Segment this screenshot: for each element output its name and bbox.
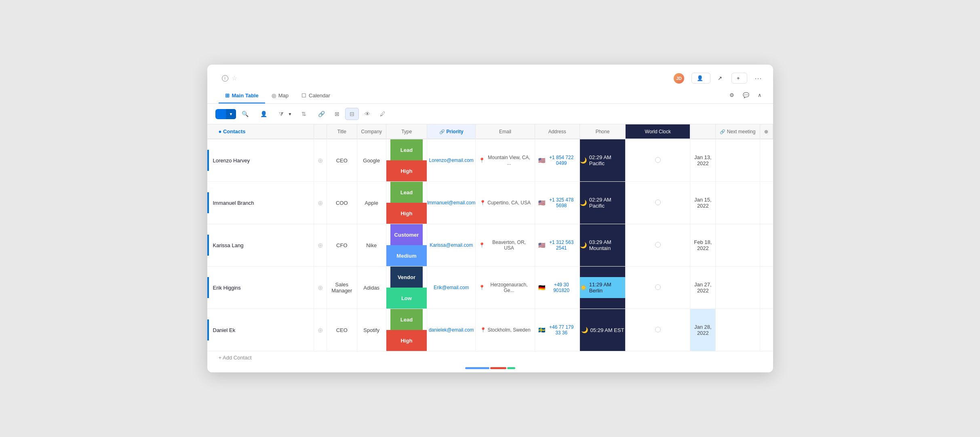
header-right-actions: ⚙ 💬 ∧ bbox=[729, 92, 762, 98]
invite-button[interactable]: 👤 bbox=[691, 73, 710, 84]
email-cell[interactable]: danielek@email.com bbox=[427, 309, 476, 351]
radio-cell[interactable] bbox=[626, 224, 690, 267]
priority-badge[interactable]: Medium bbox=[386, 245, 427, 266]
priority-badge[interactable]: Low bbox=[386, 288, 427, 309]
info-icon[interactable]: i bbox=[222, 75, 228, 82]
sort-icon: ⇅ bbox=[301, 111, 306, 117]
tab-map[interactable]: ◎ Map bbox=[265, 88, 295, 103]
add-icon[interactable]: ⊕ bbox=[314, 319, 327, 340]
more-options-icon[interactable]: ⋯ bbox=[754, 74, 762, 83]
person-button[interactable]: 👤 bbox=[256, 108, 273, 120]
radio-button[interactable] bbox=[655, 242, 661, 248]
tab-main-table-label: Main Table bbox=[232, 92, 259, 99]
contact-name: Erik Higgins bbox=[213, 285, 241, 291]
priority-badge[interactable]: High bbox=[386, 160, 427, 181]
collapse-icon[interactable]: ∧ bbox=[758, 92, 762, 98]
radio-cell[interactable] bbox=[626, 139, 690, 182]
location-icon: 📍 bbox=[479, 242, 485, 248]
radio-button[interactable] bbox=[655, 157, 661, 163]
type-badge[interactable]: Lead bbox=[390, 182, 423, 203]
activity-button[interactable]: ↗ bbox=[718, 75, 724, 81]
next-meeting-cell: Jan 28, 2022 bbox=[690, 309, 716, 351]
radio-cell[interactable] bbox=[626, 267, 690, 309]
star-icon[interactable]: ☆ bbox=[232, 74, 237, 82]
add-contact-row[interactable]: + Add Contact bbox=[207, 351, 773, 364]
add-icon-cell[interactable]: ⊕ bbox=[314, 309, 327, 351]
radio-button[interactable] bbox=[655, 327, 661, 332]
type-badge[interactable]: Lead bbox=[390, 309, 423, 330]
tabs-row: ⊞ Main Table ◎ Map ☐ Calendar ⚙ bbox=[219, 88, 762, 103]
type-badge[interactable]: Customer bbox=[390, 224, 423, 245]
add-view-button[interactable] bbox=[337, 92, 348, 100]
add-icon-cell[interactable]: ⊕ bbox=[314, 139, 327, 182]
automate-button[interactable]: 💬 bbox=[743, 92, 751, 98]
add-icon[interactable]: ⊕ bbox=[314, 235, 327, 256]
trending-icon: ↗ bbox=[718, 75, 722, 81]
phone-number[interactable]: +46 77 179 33 36 bbox=[547, 324, 576, 336]
phone-content: 🇸🇪 +46 77 179 33 36 bbox=[535, 324, 580, 336]
add-icon-cell[interactable]: ⊕ bbox=[314, 267, 327, 309]
radio-cell[interactable] bbox=[626, 182, 690, 224]
filter-icon: ⧩ bbox=[279, 111, 284, 118]
priority-badge[interactable]: High bbox=[386, 330, 427, 351]
email-cell[interactable]: Lorenzo@email.com bbox=[427, 139, 476, 182]
email-cell[interactable]: Karissa@email.com bbox=[427, 224, 476, 267]
phone-number[interactable]: +1 325 478 5698 bbox=[547, 197, 576, 208]
add-to-board-button[interactable]: + bbox=[731, 73, 747, 84]
email-cell[interactable]: Immanuel@email.com bbox=[427, 182, 476, 224]
flag-icon: 🇩🇪 bbox=[538, 284, 545, 291]
phone-number[interactable]: +1 854 722 0499 bbox=[547, 155, 576, 166]
scroll-seg-blue bbox=[465, 367, 489, 369]
settings-button[interactable]: 🖊 bbox=[376, 108, 390, 120]
more-toolbar-button[interactable]: ⊠ bbox=[331, 108, 344, 120]
contact-name: Daniel Ek bbox=[213, 327, 236, 333]
world-clock-col-header: World Clock bbox=[626, 124, 690, 139]
group-label: ● Contacts bbox=[219, 128, 246, 134]
add-icon-cell[interactable]: ⊕ bbox=[314, 224, 327, 267]
phone-col-header: Phone bbox=[580, 124, 626, 139]
type-cell: Vendor bbox=[386, 267, 427, 288]
add-contact-label[interactable]: + Add Contact bbox=[209, 351, 773, 364]
time-icon: 🌙 bbox=[580, 200, 587, 206]
integrate-button[interactable]: ⚙ bbox=[729, 92, 736, 98]
time-icon: ☀️ bbox=[580, 284, 587, 291]
phone-number[interactable]: +1 312 563 2541 bbox=[547, 240, 576, 251]
contact-name-cell: Karissa Lang bbox=[209, 224, 314, 267]
title-row: i ☆ bbox=[219, 74, 237, 82]
sort-button[interactable]: ⇅ bbox=[297, 108, 312, 120]
address-content: 📍 Beaverton, OR, USA bbox=[476, 240, 534, 251]
add-icon[interactable]: ⊕ bbox=[314, 277, 327, 298]
phone-cell: 🇺🇸 +1 312 563 2541 bbox=[535, 224, 580, 267]
title-cell: Sales Manager bbox=[327, 267, 357, 309]
search-button[interactable]: 🔍 bbox=[238, 108, 255, 120]
flag-icon: 🇺🇸 bbox=[538, 242, 545, 248]
title-cell: CFO bbox=[327, 224, 357, 267]
hide-button[interactable]: 👁 bbox=[360, 108, 374, 120]
type-cell: Lead bbox=[386, 309, 427, 330]
add-icon[interactable]: ⊕ bbox=[314, 150, 327, 171]
clock-time: 11:29 AM Berlin bbox=[589, 282, 626, 294]
table-row: Immanuel Branch ⊕ COO Apple Lead High Im… bbox=[207, 182, 773, 224]
row-end-cell bbox=[716, 182, 760, 224]
header-top: i ☆ JD 👤 ↗ + bbox=[219, 73, 762, 84]
add-icon[interactable]: ⊕ bbox=[314, 192, 327, 213]
phone-number[interactable]: +49 30 901820 bbox=[547, 282, 576, 293]
priority-badge[interactable]: High bbox=[386, 203, 427, 224]
email-cell[interactable]: Erik@email.com bbox=[427, 267, 476, 309]
filter-button[interactable]: ⧩ ▼ bbox=[275, 108, 296, 120]
radio-button[interactable] bbox=[655, 200, 661, 205]
type-badge[interactable]: Vendor bbox=[390, 267, 423, 288]
priority-cell: Medium bbox=[386, 245, 427, 266]
grid-view-button[interactable]: ⊟ bbox=[345, 108, 359, 120]
tab-calendar[interactable]: ☐ Calendar bbox=[295, 88, 337, 103]
new-contact-caret[interactable]: ▼ bbox=[226, 109, 236, 119]
tab-main-table[interactable]: ⊞ Main Table bbox=[219, 88, 265, 103]
contact-name-container: Lorenzo Harvey bbox=[209, 150, 314, 171]
add-icon-cell[interactable]: ⊕ bbox=[314, 182, 327, 224]
new-contact-button[interactable]: ▼ bbox=[215, 109, 236, 119]
link-icon-button[interactable]: 🔗 bbox=[314, 108, 329, 120]
radio-button[interactable] bbox=[655, 284, 661, 290]
add-col-right-header: ⊕ bbox=[760, 124, 773, 139]
radio-cell[interactable] bbox=[626, 309, 690, 351]
type-badge[interactable]: Lead bbox=[390, 139, 423, 160]
